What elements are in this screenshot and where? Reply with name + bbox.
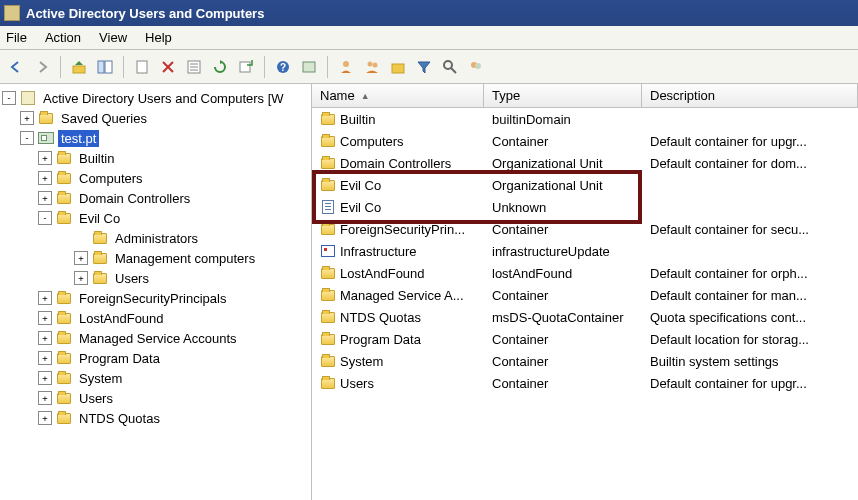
up-button[interactable]: [67, 55, 91, 79]
menu-action[interactable]: Action: [45, 30, 81, 45]
list-row[interactable]: NTDS QuotasmsDS-QuotaContainerQuota spec…: [312, 306, 858, 328]
create-ou-button[interactable]: [386, 55, 410, 79]
help-button[interactable]: ?: [271, 55, 295, 79]
tree-item-managed-service-accounts[interactable]: +Managed Service Accounts: [2, 328, 309, 348]
refresh-button[interactable]: [208, 55, 232, 79]
svg-point-16: [444, 61, 452, 69]
list-header: Name ▲ Type Description: [312, 84, 858, 108]
expand-icon[interactable]: +: [38, 291, 52, 305]
list-cell-name: Domain Controllers: [340, 156, 451, 171]
menu-view[interactable]: View: [99, 30, 127, 45]
tree-item-foreignsecurityprincipals[interactable]: +ForeignSecurityPrincipals: [2, 288, 309, 308]
folder-icon: [320, 331, 336, 347]
folder-icon: [56, 410, 72, 426]
tree-root-node[interactable]: -Active Directory Users and Computers [W: [2, 88, 309, 108]
tree-item-ntds-quotas[interactable]: +NTDS Quotas: [2, 408, 309, 428]
column-header-type[interactable]: Type: [484, 84, 642, 107]
list-row[interactable]: Managed Service A...ContainerDefault con…: [312, 284, 858, 306]
tree-item-computers[interactable]: +Computers: [2, 168, 309, 188]
list-body[interactable]: BuiltinbuiltinDomainComputersContainerDe…: [312, 108, 858, 500]
expand-icon[interactable]: +: [74, 271, 88, 285]
expand-icon[interactable]: +: [38, 331, 52, 345]
list-row[interactable]: LostAndFoundlostAndFoundDefault containe…: [312, 262, 858, 284]
tree-item-label: System: [76, 370, 125, 387]
show-hide-tree-button[interactable]: [93, 55, 117, 79]
list-row[interactable]: Evil CoUnknown: [312, 196, 858, 218]
tree-item-domain-controllers[interactable]: +Domain Controllers: [2, 188, 309, 208]
expand-icon[interactable]: +: [20, 111, 34, 125]
tree-item-management-computers[interactable]: +Management computers: [2, 248, 309, 268]
expand-icon[interactable]: +: [38, 191, 52, 205]
find-button[interactable]: [297, 55, 321, 79]
cut-button[interactable]: [130, 55, 154, 79]
menu-help[interactable]: Help: [145, 30, 172, 45]
forward-button[interactable]: [30, 55, 54, 79]
export-button[interactable]: [234, 55, 258, 79]
search-button[interactable]: [438, 55, 462, 79]
tree-item-users[interactable]: +Users: [2, 388, 309, 408]
expand-icon[interactable]: +: [38, 391, 52, 405]
folder-icon: [56, 190, 72, 206]
expand-icon[interactable]: +: [38, 151, 52, 165]
folder-icon: [56, 390, 72, 406]
tree-item-label: ForeignSecurityPrincipals: [76, 290, 229, 307]
tree-item-users[interactable]: +Users: [2, 268, 309, 288]
filter-button[interactable]: [412, 55, 436, 79]
tree-twistie-spacer: [74, 231, 88, 245]
folder-icon: [56, 150, 72, 166]
list-row[interactable]: Domain ControllersOrganizational UnitDef…: [312, 152, 858, 174]
folder-icon: [320, 133, 336, 149]
expand-icon[interactable]: +: [38, 371, 52, 385]
collapse-icon[interactable]: -: [20, 131, 34, 145]
list-row[interactable]: BuiltinbuiltinDomain: [312, 108, 858, 130]
folder-icon: [92, 250, 108, 266]
body-split: -Active Directory Users and Computers [W…: [0, 84, 858, 500]
list-cell-name: Evil Co: [340, 200, 381, 215]
list-row[interactable]: SystemContainerBuiltin system settings: [312, 350, 858, 372]
tree-item-evil-co[interactable]: -Evil Co: [2, 208, 309, 228]
expand-icon[interactable]: +: [38, 351, 52, 365]
tree-item-administrators[interactable]: Administrators: [2, 228, 309, 248]
properties-button[interactable]: [182, 55, 206, 79]
list-cell-description: Default container for man...: [642, 288, 858, 303]
folder-icon: [320, 287, 336, 303]
list-row[interactable]: InfrastructureinfrastructureUpdate: [312, 240, 858, 262]
list-row[interactable]: UsersContainerDefault container for upgr…: [312, 372, 858, 394]
tree-item-lostandfound[interactable]: +LostAndFound: [2, 308, 309, 328]
delete-button[interactable]: [156, 55, 180, 79]
svg-rect-0: [73, 66, 85, 73]
list-cell-name: Infrastructure: [340, 244, 417, 259]
expand-icon[interactable]: +: [38, 411, 52, 425]
list-row[interactable]: ForeignSecurityPrin...ContainerDefault c…: [312, 218, 858, 240]
expand-icon[interactable]: +: [38, 171, 52, 185]
tree-item-domain[interactable]: -test.pt: [2, 128, 309, 148]
tree-item-system[interactable]: +System: [2, 368, 309, 388]
tree-item-builtin[interactable]: +Builtin: [2, 148, 309, 168]
folder-icon: [56, 210, 72, 226]
create-group-button[interactable]: [360, 55, 384, 79]
column-header-name-label: Name: [320, 88, 355, 103]
tree-item-saved-queries[interactable]: +Saved Queries: [2, 108, 309, 128]
list-row[interactable]: ComputersContainerDefault container for …: [312, 130, 858, 152]
list-cell-description: Default container for dom...: [642, 156, 858, 171]
list-cell-type: builtinDomain: [484, 112, 642, 127]
list-row[interactable]: Evil CoOrganizational Unit: [312, 174, 858, 196]
create-user-button[interactable]: [334, 55, 358, 79]
collapse-icon[interactable]: -: [2, 91, 16, 105]
expand-icon[interactable]: +: [74, 251, 88, 265]
root-icon: [20, 90, 36, 106]
back-button[interactable]: [4, 55, 28, 79]
column-header-name[interactable]: Name ▲: [312, 84, 484, 107]
svg-line-17: [451, 68, 456, 73]
column-header-description[interactable]: Description: [642, 84, 858, 107]
svg-point-19: [475, 63, 481, 69]
menu-file[interactable]: File: [6, 30, 27, 45]
tree-pane[interactable]: -Active Directory Users and Computers [W…: [0, 84, 312, 500]
expand-icon[interactable]: +: [38, 311, 52, 325]
folder-icon: [56, 290, 72, 306]
add-to-group-button[interactable]: [464, 55, 488, 79]
collapse-icon[interactable]: -: [38, 211, 52, 225]
window-title: Active Directory Users and Computers: [26, 6, 264, 21]
list-row[interactable]: Program DataContainerDefault location fo…: [312, 328, 858, 350]
tree-item-program-data[interactable]: +Program Data: [2, 348, 309, 368]
